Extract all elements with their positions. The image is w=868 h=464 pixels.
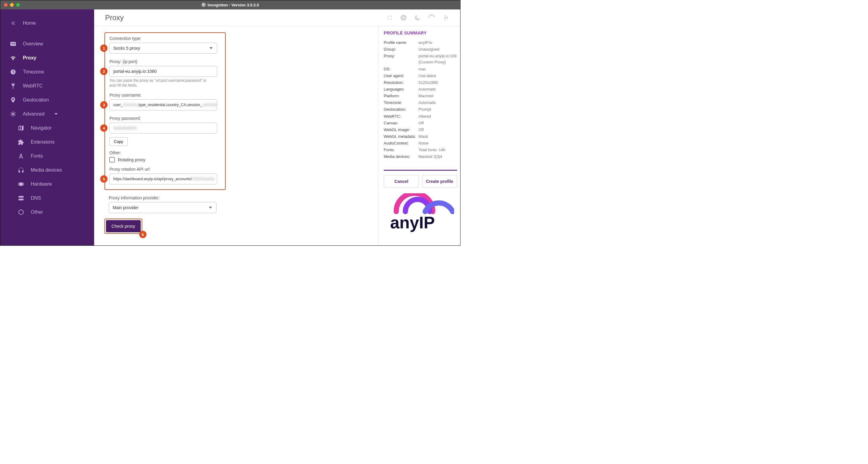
proxy-settings-highlight: Connection type: 1 Socks 5 proxy Proxy: …	[104, 32, 226, 190]
summary-row-value: Unassigned	[418, 46, 457, 53]
plug-icon	[9, 82, 17, 90]
create-profile-button[interactable]: Create profile	[422, 175, 458, 188]
sidebar-item-hardware[interactable]: Hardware	[0, 177, 94, 191]
summary-row-label: Languages:	[384, 86, 418, 92]
sidebar-item-navigator[interactable]: Navigator	[0, 121, 94, 135]
check-proxy-button[interactable]: Check proxy	[106, 220, 141, 232]
rotation-url-label: Proxy rotation API url:	[109, 167, 221, 172]
summary-row-value: Automatic	[418, 100, 457, 106]
send-icon[interactable]	[400, 14, 407, 21]
summary-row: OS:mac	[384, 66, 457, 72]
sidebar-item-extensions[interactable]: Extensions	[0, 135, 94, 149]
proxy-address-value: portal-eu.anyip.io:1080	[113, 69, 157, 74]
sidebar-item-other[interactable]: Other	[0, 205, 94, 219]
summary-row: Fonts:Total fonts: 140	[384, 147, 457, 153]
close-window-button[interactable]	[4, 3, 8, 7]
recycle-icon[interactable]	[386, 14, 393, 21]
sidebar-item-dns[interactable]: DNS	[0, 191, 94, 205]
summary-row: User agent:Use latest	[384, 73, 457, 79]
summary-row-label: Proxy:	[384, 53, 418, 65]
sidebar-item-label: Proxy	[23, 55, 36, 61]
maximize-window-button[interactable]	[16, 3, 20, 7]
sidebar-item-proxy[interactable]: Proxy	[0, 51, 94, 65]
headphones-icon	[18, 167, 25, 174]
font-icon	[18, 152, 25, 160]
summary-row-value: mac	[418, 66, 457, 72]
proxy-address-label: Proxy: (ip:port)	[109, 59, 221, 64]
cube-icon	[18, 208, 25, 216]
proxy-form: Connection type: 1 Socks 5 proxy Proxy: …	[94, 26, 378, 245]
summary-row-label: Profile name:	[384, 40, 418, 46]
sidebar-item-label: Other	[31, 209, 43, 215]
sidebar-item-geolocation[interactable]: Geolocation	[0, 93, 94, 107]
sidebar-item-label: Fonts	[31, 153, 43, 159]
traffic-lights	[4, 3, 20, 7]
summary-title: PROFILE SUMMARY	[384, 30, 457, 35]
proxy-address-input[interactable]: portal-eu.anyip.io:1080	[109, 66, 217, 77]
sidebar: Home Overview Proxy Timezone WebRTC	[0, 9, 94, 245]
svg-text:anyIP: anyIP	[390, 213, 435, 232]
sidebar-item-label: Extensions	[31, 139, 55, 145]
summary-row-label: WebGL metadata:	[384, 134, 418, 140]
summary-row-value: Masked 2|3|4	[418, 154, 457, 160]
check-proxy-highlight: Check proxy 6	[104, 219, 142, 234]
summary-row-value: Altered	[418, 113, 457, 119]
sidebar-item-overview[interactable]: Overview	[0, 37, 94, 51]
sidebar-item-label: Navigator	[31, 125, 52, 131]
sidebar-home-label: Home	[23, 21, 36, 26]
summary-row-value: Total fonts: 140	[418, 147, 457, 153]
sidebar-home[interactable]: Home	[0, 16, 94, 31]
moon-icon[interactable]	[414, 14, 421, 21]
refresh-icon[interactable]	[428, 14, 435, 21]
summary-row-value: MacIntel	[418, 93, 457, 99]
proxy-username-input[interactable]: user_XXXXXx,type_residential,country_CA,…	[109, 99, 217, 110]
proxy-username-label: Proxy username:	[109, 93, 221, 97]
summary-row: AudioContext:Noise	[384, 140, 457, 146]
header-actions	[386, 14, 449, 21]
sidebar-item-label: DNS	[31, 196, 41, 201]
rotating-proxy-checkbox[interactable]	[109, 157, 115, 163]
sidebar-item-fonts[interactable]: Fonts	[0, 149, 94, 163]
map-icon	[18, 124, 25, 132]
svg-point-1	[11, 43, 13, 44]
page-header: Proxy	[94, 9, 460, 26]
svg-rect-0	[10, 42, 16, 46]
summary-row: Proxy:portal-eu.anyip.io:108 (Custom Pro…	[384, 53, 457, 65]
annotation-badge-1: 1	[100, 45, 107, 52]
summary-row-label: Platform:	[384, 93, 418, 99]
proxy-password-label: Proxy password:	[109, 116, 221, 121]
summary-row-label: OS:	[384, 66, 418, 72]
page-title: Proxy	[105, 13, 124, 22]
copy-button[interactable]: Copy	[109, 137, 128, 146]
sidebar-item-advanced[interactable]: Advanced	[0, 107, 94, 121]
summary-row-value: Automatic	[418, 86, 457, 92]
cancel-button[interactable]: Cancel	[384, 175, 419, 188]
summary-row: Platform:MacIntel	[384, 93, 457, 99]
summary-row-value: Noise	[418, 140, 457, 146]
rotation-url-input[interactable]: https://dashboard.anyip.io/api/proxy_acc…	[109, 173, 217, 184]
sidebar-item-timezone[interactable]: Timezone	[0, 65, 94, 79]
svg-rect-2	[13, 43, 15, 43]
sidebar-item-media-devices[interactable]: Media devices	[0, 163, 94, 177]
annotation-badge-6: 6	[139, 231, 147, 238]
provider-select[interactable]: Main provider	[109, 202, 217, 213]
proxy-password-input[interactable]: XxXxXxXXX	[109, 122, 217, 134]
minimize-window-button[interactable]	[10, 3, 14, 7]
summary-row-value: Off	[418, 127, 457, 133]
logout-icon[interactable]	[442, 14, 449, 21]
summary-row-value: Mask	[418, 134, 457, 140]
provider-label: Proxy information provider:	[109, 196, 371, 200]
summary-row-label: Resolution:	[384, 80, 418, 86]
provider-value: Main provider	[113, 205, 138, 210]
puzzle-icon	[18, 138, 25, 146]
anyip-logo: anyIP	[384, 193, 457, 233]
rotating-proxy-label: Rotating proxy	[118, 157, 145, 162]
chip-icon	[18, 180, 25, 188]
connection-type-select[interactable]: Socks 5 proxy	[109, 43, 217, 54]
summary-row: WebGL metadata:Mask	[384, 134, 457, 140]
summary-row-value: Prompt	[418, 107, 457, 113]
window-title: Incogniton - Version 3.5.3.0	[202, 3, 259, 7]
sidebar-item-label: Timezone	[23, 69, 44, 75]
sidebar-item-webrtc[interactable]: WebRTC	[0, 79, 94, 93]
proxy-hint: You can paste the proxy as "url:port:use…	[109, 78, 213, 88]
